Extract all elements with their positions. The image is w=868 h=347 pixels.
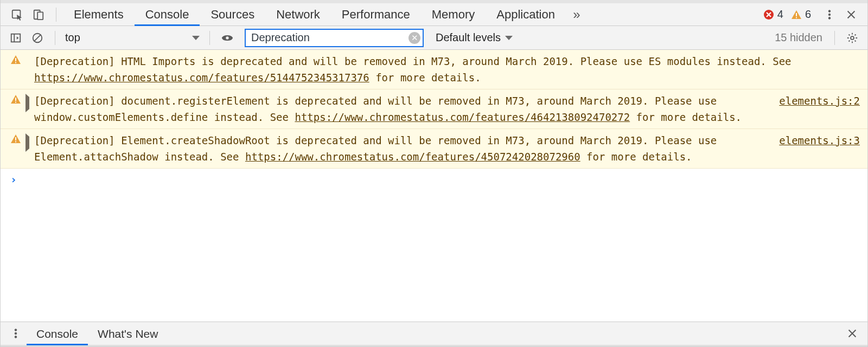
context-label: top <box>65 31 80 44</box>
svg-point-14 <box>851 36 854 40</box>
message-text: [Deprecation] HTML Imports is deprecated… <box>34 55 792 67</box>
error-count-badge[interactable]: 4 <box>763 8 783 21</box>
prompt-caret-icon: › <box>10 173 17 186</box>
levels-label: Default levels <box>436 31 501 44</box>
svg-point-21 <box>15 329 17 331</box>
tab-memory[interactable]: Memory <box>421 3 486 26</box>
tab-sources[interactable]: Sources <box>200 3 265 26</box>
devtools-tabstrip: Elements Console Sources Network Perform… <box>1 0 867 26</box>
console-settings-icon[interactable] <box>844 29 861 47</box>
svg-rect-18 <box>15 102 16 103</box>
tab-network[interactable]: Network <box>265 3 331 26</box>
svg-rect-20 <box>15 142 16 143</box>
svg-point-22 <box>15 332 17 335</box>
message-link[interactable]: https://www.chromestatus.com/features/45… <box>245 151 580 163</box>
message-link[interactable]: https://www.chromestatus.com/features/46… <box>295 111 630 123</box>
close-devtools-icon[interactable] <box>843 6 860 23</box>
console-messages: [Deprecation] HTML Imports is deprecated… <box>1 50 867 322</box>
expand-icon[interactable] <box>25 133 29 152</box>
warning-icon <box>10 54 21 65</box>
drawer-tabstrip: Console What's New <box>1 322 867 346</box>
drawer-tab-console[interactable]: Console <box>27 322 88 345</box>
console-message[interactable]: [Deprecation] HTML Imports is deprecated… <box>1 50 867 89</box>
close-drawer-icon[interactable] <box>844 325 861 342</box>
tab-performance[interactable]: Performance <box>331 3 421 26</box>
svg-point-13 <box>226 36 229 39</box>
inspect-icon[interactable] <box>8 6 25 23</box>
kebab-menu-icon[interactable] <box>821 6 838 23</box>
message-text: for more details. <box>369 72 481 83</box>
live-expression-icon[interactable] <box>219 29 236 47</box>
tab-console[interactable]: Console <box>135 3 200 26</box>
chevron-down-icon <box>192 36 200 40</box>
separator <box>834 31 835 45</box>
toggle-sidebar-icon[interactable] <box>7 29 24 47</box>
warning-count: 6 <box>805 8 811 21</box>
console-toolbar: top ✕ Default levels 15 hidden <box>1 26 867 50</box>
separator <box>55 31 55 45</box>
svg-point-6 <box>828 10 831 12</box>
svg-rect-19 <box>15 137 16 140</box>
svg-point-23 <box>15 336 17 338</box>
warning-icon <box>10 94 21 105</box>
log-levels-select[interactable]: Default levels <box>430 31 518 44</box>
message-text: for more details. <box>580 151 692 163</box>
drawer-tab-whatsnew[interactable]: What's New <box>88 322 168 345</box>
svg-point-7 <box>828 14 831 16</box>
svg-point-8 <box>828 17 831 19</box>
svg-line-12 <box>34 34 41 41</box>
tab-application[interactable]: Application <box>486 3 566 26</box>
svg-rect-4 <box>796 13 797 16</box>
warning-icon <box>10 133 21 144</box>
clear-console-icon[interactable] <box>29 29 46 47</box>
device-mode-icon[interactable] <box>30 6 47 23</box>
console-message[interactable]: elements.js:3 [Deprecation] Element.crea… <box>1 129 867 169</box>
svg-rect-17 <box>15 98 16 101</box>
error-count: 4 <box>777 8 783 21</box>
message-text: for more details. <box>630 111 742 123</box>
console-prompt[interactable]: › <box>1 169 867 190</box>
hidden-messages-count[interactable]: 15 hidden <box>775 31 822 44</box>
drawer-kebab-icon[interactable] <box>7 325 24 342</box>
expand-icon[interactable] <box>25 94 29 112</box>
chevron-down-icon <box>505 36 513 40</box>
execution-context-select[interactable]: top <box>62 30 203 46</box>
svg-rect-5 <box>796 17 797 18</box>
more-tabs-icon[interactable]: » <box>568 6 585 23</box>
console-message[interactable]: elements.js:2 [Deprecation] document.reg… <box>1 89 867 129</box>
svg-rect-2 <box>37 12 43 20</box>
separator <box>56 8 56 22</box>
clear-filter-icon[interactable]: ✕ <box>409 32 420 44</box>
message-source-link[interactable]: elements.js:3 <box>779 132 860 149</box>
message-link[interactable]: https://www.chromestatus.com/features/51… <box>34 72 369 83</box>
separator <box>209 31 210 45</box>
warning-count-badge[interactable]: 6 <box>791 8 811 21</box>
svg-rect-15 <box>15 58 16 61</box>
svg-rect-9 <box>11 34 21 42</box>
message-source-link[interactable]: elements.js:2 <box>779 93 860 109</box>
filter-input[interactable] <box>245 29 424 47</box>
svg-rect-16 <box>15 62 16 63</box>
tab-elements[interactable]: Elements <box>63 3 135 26</box>
